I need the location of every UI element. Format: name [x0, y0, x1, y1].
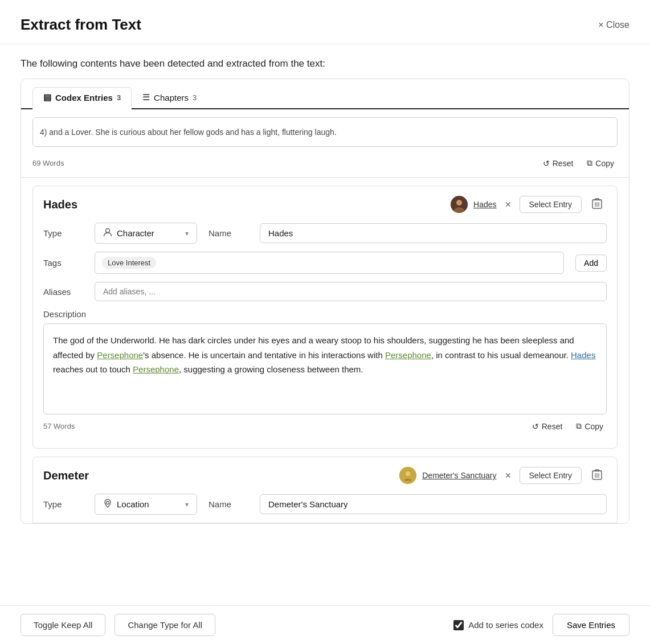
partial-copy-label: Copy — [595, 159, 614, 168]
hades-entry-name: Hades — [43, 198, 77, 211]
hades-tags-label: Tags — [43, 258, 83, 268]
hades-name-label: Name — [209, 228, 248, 238]
partial-top-card: 4) and a Lover. She is curious about her… — [21, 117, 629, 178]
hades-aliases-row: Aliases — [43, 282, 607, 301]
hades-copy-button[interactable]: ⧉ Copy — [573, 419, 607, 433]
demeter-unlink-button[interactable]: ✕ — [502, 470, 514, 481]
hades-tags-add-button[interactable]: Add — [575, 255, 607, 272]
modal-header: Extract from Text × Close — [0, 0, 650, 44]
demeter-delete-button[interactable] — [587, 466, 607, 485]
desc-text-part2: 's absence. He is uncertain and tentativ… — [143, 350, 385, 360]
demeter-entry-card: Demeter Demeter's Sanctuary ✕ Select Ent… — [32, 457, 618, 523]
demeter-name-label: Name — [209, 499, 248, 509]
svg-point-1 — [456, 200, 462, 206]
hades-aliases-input[interactable] — [95, 282, 607, 301]
partial-word-count: 69 Words — [32, 159, 64, 167]
change-type-all-button[interactable]: Change Type for All — [115, 614, 215, 636]
add-to-series-text: Add to series codex — [468, 620, 543, 630]
demeter-avatar — [399, 467, 416, 484]
desc-persephone2-link[interactable]: Persephone — [385, 350, 431, 360]
partial-text-snippet: 4) and a Lover. She is curious about her… — [32, 117, 618, 147]
hades-word-count: 57 Words — [43, 422, 75, 430]
hades-type-name-row: Type Character ▾ Name — [43, 223, 607, 244]
hades-reset-icon: ↺ — [532, 422, 539, 431]
partial-copy-button[interactable]: ⧉ Copy — [583, 156, 618, 170]
demeter-linked-name[interactable]: Demeter's Sanctuary — [422, 471, 496, 480]
hades-avatar — [451, 196, 468, 213]
hades-copy-label: Copy — [584, 422, 603, 431]
hades-reset-button[interactable]: ↺ Reset — [529, 419, 566, 433]
desc-persephone3-link[interactable]: Persephone — [133, 364, 179, 374]
partial-reset-label: Reset — [553, 159, 574, 168]
desc-text-part5: , suggesting a growing closeness between… — [179, 364, 363, 374]
hades-tags-row: Tags Love Interest Add — [43, 252, 607, 274]
hades-description-label: Description — [43, 309, 607, 319]
copy-icon: ⧉ — [587, 158, 592, 168]
tab-codex-label: Codex Entries — [55, 93, 113, 102]
hades-header-right: Hades ✕ Select Entry — [451, 195, 607, 214]
svg-point-6 — [406, 471, 410, 476]
tab-chapters-badge: 3 — [193, 93, 197, 102]
demeter-type-value: Location — [117, 499, 149, 509]
demeter-header-right: Demeter's Sanctuary ✕ Select Entry — [399, 466, 607, 485]
hades-entry-body: Type Character ▾ Name — [33, 223, 617, 448]
tab-chapters[interactable]: ☰ Chapters 3 — [132, 87, 207, 108]
codex-icon: ▤ — [43, 92, 51, 102]
reset-icon: ↺ — [543, 159, 550, 168]
save-entries-button[interactable]: Save Entries — [553, 614, 629, 636]
main-content: ▤ Codex Entries 3 ☰ Chapters 3 4) and a … — [0, 79, 650, 569]
demeter-type-name-row: Type Location ▾ Name — [43, 494, 607, 515]
type-chevron-icon: ▾ — [185, 229, 189, 237]
partial-card-footer: 69 Words ↺ Reset ⧉ Copy — [32, 151, 618, 177]
hades-reset-label: Reset — [542, 422, 563, 431]
add-to-series-label[interactable]: Add to series codex — [453, 620, 543, 630]
demeter-type-chevron-icon: ▾ — [185, 501, 189, 508]
hades-unlink-button[interactable]: ✕ — [502, 199, 514, 210]
hades-type-label: Type — [43, 228, 83, 238]
location-icon — [103, 499, 112, 510]
svg-point-8 — [107, 502, 109, 504]
demeter-name-input[interactable] — [260, 494, 607, 514]
subtitle-text: The following contents have been detecte… — [0, 44, 650, 79]
toggle-keep-all-button[interactable]: Toggle Keep All — [21, 614, 105, 636]
demeter-select-entry-button[interactable]: Select Entry — [520, 467, 582, 484]
chapters-icon: ☰ — [142, 92, 150, 102]
desc-persephone1-link[interactable]: Persephone — [97, 350, 143, 360]
hades-description-box[interactable]: The god of the Underworld. He has dark c… — [43, 323, 607, 415]
hades-copy-icon: ⧉ — [576, 421, 582, 431]
tab-chapters-label: Chapters — [154, 93, 189, 102]
partial-reset-button[interactable]: ↺ Reset — [539, 156, 577, 170]
hades-footer-actions: ↺ Reset ⧉ Copy — [529, 419, 607, 433]
hades-entry-card: Hades Hades ✕ Select Entry — [32, 186, 618, 449]
hades-tags-container[interactable]: Love Interest — [95, 252, 564, 274]
hades-linked-name[interactable]: Hades — [473, 200, 496, 209]
demeter-entry-name: Demeter — [43, 469, 89, 482]
hades-name-input[interactable] — [260, 223, 607, 243]
hades-aliases-label: Aliases — [43, 287, 83, 297]
close-button[interactable]: × Close — [598, 20, 629, 30]
desc-text-part4: reaches out to touch — [53, 364, 133, 374]
hades-card-footer: 57 Words ↺ Reset ⧉ Copy — [43, 415, 607, 440]
partial-footer-actions: ↺ Reset ⧉ Copy — [539, 156, 618, 170]
hades-type-select[interactable]: Character ▾ — [95, 223, 197, 244]
tab-codex-entries[interactable]: ▤ Codex Entries 3 — [32, 87, 132, 109]
hades-tag-pill: Love Interest — [102, 257, 156, 269]
hades-description-section: Description The god of the Underworld. H… — [43, 309, 607, 415]
bottom-bar: Toggle Keep All Change Type for All Add … — [0, 605, 650, 644]
partial-snippet-text: 4) and a Lover. She is curious about her… — [40, 128, 337, 137]
tab-codex-badge: 3 — [117, 93, 121, 102]
desc-hades-link[interactable]: Hades — [571, 350, 595, 360]
hades-select-entry-button[interactable]: Select Entry — [520, 196, 582, 213]
tabs-container: ▤ Codex Entries 3 ☰ Chapters 3 4) and a … — [21, 79, 629, 524]
demeter-type-select[interactable]: Location ▾ — [95, 494, 197, 515]
demeter-type-label: Type — [43, 499, 83, 509]
desc-text-part3: , in contrast to his usual demeanour. — [431, 350, 571, 360]
add-to-series-checkbox[interactable] — [453, 620, 464, 630]
tabs-bar: ▤ Codex Entries 3 ☰ Chapters 3 — [21, 79, 629, 109]
demeter-entry-header: Demeter Demeter's Sanctuary ✕ Select Ent… — [33, 457, 617, 494]
demeter-entry-body: Type Location ▾ Name — [33, 494, 617, 515]
hades-delete-button[interactable] — [587, 195, 607, 214]
hades-type-value: Character — [117, 228, 154, 238]
person-icon — [103, 228, 112, 239]
hades-entry-header: Hades Hades ✕ Select Entry — [33, 186, 617, 223]
